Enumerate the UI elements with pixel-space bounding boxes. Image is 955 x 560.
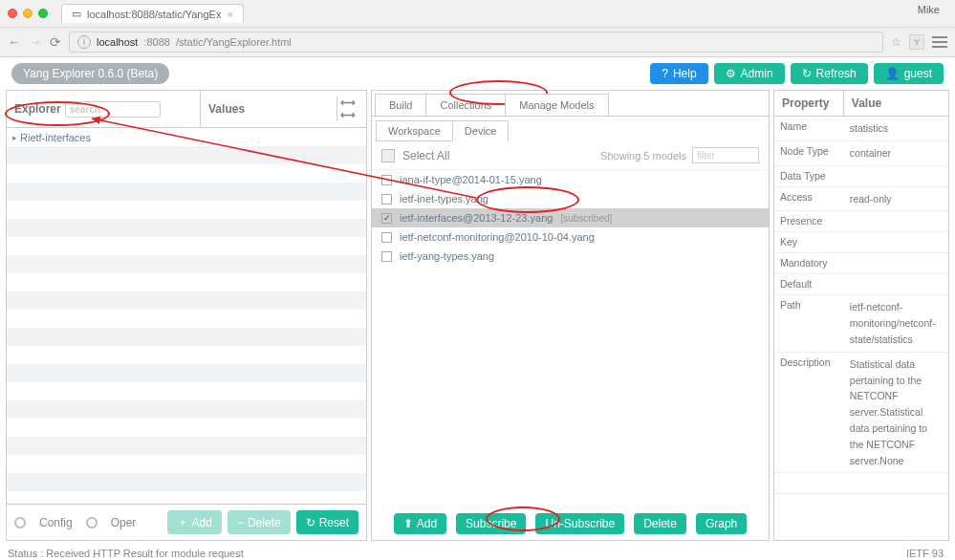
add-model-button[interactable]: ⬆ Add [394, 513, 446, 534]
tab-title: localhost:8088/static/YangEx [87, 9, 221, 20]
window-close-icon[interactable] [8, 9, 17, 18]
refresh-icon: ↻ [802, 67, 812, 80]
close-icon[interactable]: × [227, 9, 232, 20]
user-icon: 👤 [885, 67, 900, 80]
nav-forward-icon[interactable]: → [29, 34, 42, 50]
checkbox-icon[interactable] [381, 251, 392, 262]
model-row[interactable]: ietf-inet-types.yang [372, 189, 769, 208]
browser-menu-icon[interactable] [932, 36, 947, 48]
showing-count: Showing 5 models [600, 150, 686, 162]
gear-icon: ⚙ [726, 67, 736, 80]
help-icon: ? [662, 67, 668, 80]
footer-right: IETF 93 [906, 548, 944, 559]
checkbox-icon[interactable] [381, 175, 392, 185]
model-row[interactable]: ietf-yang-types.yang [372, 247, 769, 266]
select-all-label: Select All [402, 149, 449, 162]
select-all-checkbox[interactable] [381, 149, 395, 162]
help-button[interactable]: ?Help [650, 63, 707, 84]
chevron-right-icon[interactable]: ▸ [12, 133, 17, 142]
filter-input[interactable]: filter [692, 147, 759, 163]
guest-button[interactable]: 👤guest [874, 63, 944, 84]
model-list: iana-if-type@2014-01-15.yang ietf-inet-t… [372, 170, 769, 507]
browser-profile[interactable]: Mike [918, 4, 940, 15]
subtab-workspace[interactable]: Workspace [376, 120, 453, 141]
properties-panel: Property Value Namestatistics Node Typec… [773, 90, 949, 541]
subscribe-button[interactable]: Subscribe [456, 513, 526, 534]
refresh-button[interactable]: ↻Refresh [791, 63, 868, 84]
nav-reload-icon[interactable]: ⟳ [50, 34, 61, 50]
model-row[interactable]: ietf-netconf-monitoring@2010-10-04.yang [372, 227, 769, 247]
window-zoom-icon[interactable] [38, 9, 48, 18]
explorer-delete-button[interactable]: − Delete [228, 510, 291, 534]
property-header: Property [774, 91, 844, 116]
checkbox-icon[interactable]: ✓ [381, 213, 392, 224]
oper-radio[interactable] [86, 517, 98, 528]
explorer-panel: Explorer search Values ⟷⟷ ▸ Rietf-interf… [6, 90, 367, 541]
app-toolbar: Yang Explorer 0.6.0 (Beta) ?Help ⚙Admin … [0, 57, 955, 90]
bookmark-icon[interactable]: ☆ [891, 35, 901, 49]
explorer-add-button[interactable]: ＋ Add [167, 510, 222, 534]
search-input[interactable]: search [65, 101, 161, 118]
value-header: Value [844, 91, 948, 116]
expand-icon[interactable]: ⟷ [337, 109, 358, 121]
version-pill: Yang Explorer 0.6.0 (Beta) [11, 63, 169, 84]
tab-manage-models[interactable]: Manage Models [505, 94, 608, 116]
extension-icon[interactable]: Y [909, 34, 924, 50]
collapse-icon[interactable]: ⟷ [337, 97, 358, 109]
explorer-reset-button[interactable]: ↻ Reset [296, 510, 358, 534]
subtab-device[interactable]: Device [452, 120, 510, 141]
site-info-icon[interactable]: i [77, 35, 91, 49]
tree-node-root[interactable]: ▸ Rietf-interfaces [12, 132, 360, 143]
values-header: Values ⟷⟷ [201, 91, 366, 127]
checkbox-icon[interactable] [381, 232, 392, 243]
tree-area[interactable]: ▸ Rietf-interfaces [7, 128, 366, 504]
unsubscribe-button[interactable]: Un-Subscribe [535, 513, 624, 534]
window-minimize-icon[interactable] [23, 9, 33, 18]
status-bar: Status : Received HTTP Result for module… [8, 548, 244, 559]
admin-button[interactable]: ⚙Admin [714, 63, 785, 84]
model-row[interactable]: ✓ietf-interfaces@2013-12-23.yang [subscr… [372, 208, 769, 227]
center-panel: Build Collections Manage Models Workspac… [371, 90, 770, 541]
nav-back-icon[interactable]: ← [8, 34, 21, 50]
url-host: localhost [97, 36, 138, 48]
tab-build[interactable]: Build [375, 94, 426, 116]
browser-chrome: ▭ localhost:8088/static/YangEx × Mike ← … [0, 0, 955, 57]
model-row[interactable]: iana-if-type@2014-01-15.yang [372, 170, 769, 189]
checkbox-icon[interactable] [381, 194, 392, 205]
explorer-header: Explorer search [7, 91, 201, 127]
graph-button[interactable]: Graph [696, 513, 747, 534]
config-radio[interactable] [14, 517, 26, 528]
url-input[interactable]: i localhost:8088/static/YangExplorer.htm… [69, 32, 883, 53]
delete-model-button[interactable]: Delete [634, 513, 686, 534]
tab-collections[interactable]: Collections [425, 94, 506, 116]
page-icon: ▭ [72, 8, 81, 20]
browser-tab[interactable]: ▭ localhost:8088/static/YangEx × [61, 4, 244, 23]
